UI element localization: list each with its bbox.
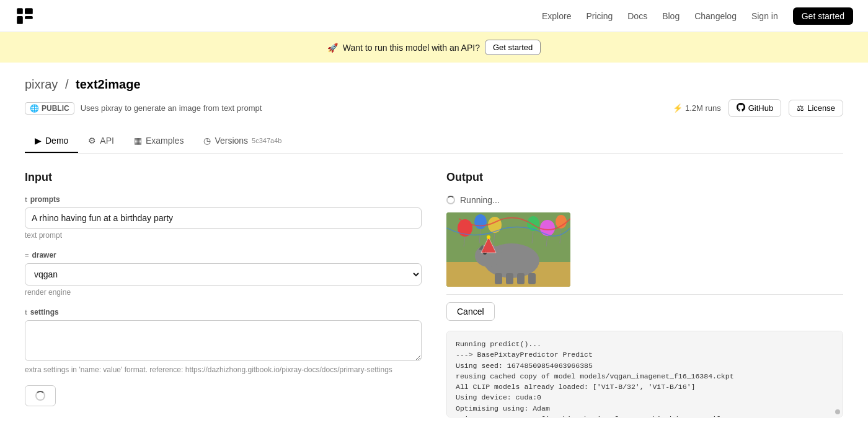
- nav-changelog[interactable]: Changelog: [694, 11, 737, 21]
- drawer-label: = drawer: [25, 251, 422, 259]
- tab-versions[interactable]: ◷ Versions 5c347a4b: [193, 129, 291, 153]
- license-icon: ⚖: [797, 103, 804, 113]
- submit-button[interactable]: [25, 385, 56, 406]
- svg-rect-2: [25, 8, 33, 14]
- nav-explore[interactable]: Explore: [542, 11, 571, 21]
- nav-links: Explore Pricing Docs Blog Changelog Sign…: [542, 7, 853, 25]
- status-spinner: [446, 196, 455, 204]
- tab-api-label: API: [100, 136, 114, 146]
- banner-text: Want to run this model with an API?: [343, 43, 480, 53]
- svg-point-8: [474, 214, 487, 229]
- visibility-badge: 🌐 PUBLIC: [25, 102, 74, 115]
- input-title: Input: [25, 171, 422, 184]
- runs-count: ⚡ 1.2M runs: [673, 103, 721, 113]
- breadcrumb: pixray / text2image: [25, 77, 843, 92]
- output-divider: [446, 294, 843, 295]
- license-label: License: [807, 103, 835, 113]
- svg-rect-24: [506, 273, 513, 284]
- settings-field-group: T settings extra settings in 'name: valu…: [25, 308, 422, 374]
- prompts-label: T prompts: [25, 195, 422, 204]
- versions-icon: ◷: [203, 136, 211, 146]
- navbar: Explore Pricing Docs Blog Changelog Sign…: [0, 0, 868, 32]
- drawer-type-icon: =: [25, 251, 29, 259]
- settings-type-icon: T: [25, 308, 27, 316]
- breadcrumb-separator: /: [65, 77, 72, 91]
- play-icon: ▶: [35, 136, 42, 146]
- svg-rect-25: [517, 273, 525, 284]
- output-section: Output Running...: [446, 171, 843, 417]
- tab-versions-label: Versions: [215, 136, 248, 146]
- tab-api[interactable]: ⚙ API: [78, 129, 124, 153]
- input-section: Input T prompts text prompt = drawer vqg…: [25, 171, 422, 417]
- submit-spinner: [35, 391, 45, 401]
- svg-point-12: [527, 216, 539, 231]
- meta-row: 🌐 PUBLIC Uses pixray to generate an imag…: [25, 99, 843, 117]
- nav-docs[interactable]: Docs: [627, 11, 647, 21]
- breadcrumb-model: text2image: [76, 77, 141, 91]
- nav-pricing[interactable]: Pricing: [586, 11, 613, 21]
- model-description: Uses pixray to generate an image from te…: [81, 103, 262, 113]
- prompts-hint: text prompt: [25, 231, 422, 240]
- log-content: Running predict()...---> BasePixtayPredi…: [456, 339, 834, 417]
- meta-left: 🌐 PUBLIC Uses pixray to generate an imag…: [25, 102, 262, 115]
- drawer-hint: render engine: [25, 288, 422, 297]
- drawer-select[interactable]: vqgan line_sketch pixel clipdraw fft: [25, 263, 422, 286]
- status-text: Running...: [460, 195, 500, 205]
- logo-icon: [15, 6, 35, 26]
- page-content: pixray / text2image 🌐 PUBLIC Uses pixray…: [0, 63, 868, 423]
- breadcrumb-owner[interactable]: pixray: [25, 77, 58, 91]
- tab-demo[interactable]: ▶ Demo: [25, 129, 78, 153]
- output-status: Running...: [446, 195, 843, 205]
- logo[interactable]: [15, 6, 35, 26]
- tabs: ▶ Demo ⚙ API ▦ Examples ◷ Versions 5c347…: [25, 129, 843, 154]
- examples-icon: ▦: [134, 136, 142, 146]
- output-title: Output: [446, 171, 843, 184]
- svg-point-14: [540, 220, 555, 236]
- tab-examples-label: Examples: [146, 136, 184, 146]
- github-label: GitHub: [748, 103, 773, 113]
- drawer-field-group: = drawer vqgan line_sketch pixel clipdra…: [25, 251, 422, 297]
- settings-textarea[interactable]: [25, 320, 422, 361]
- svg-point-10: [488, 217, 502, 233]
- github-button[interactable]: GitHub: [728, 99, 781, 117]
- banner-emoji: 🚀: [327, 43, 338, 53]
- prompts-field-group: T prompts text prompt: [25, 195, 422, 240]
- banner-get-started-button[interactable]: Get started: [485, 40, 541, 55]
- cancel-button[interactable]: Cancel: [446, 302, 495, 321]
- svg-point-29: [487, 235, 490, 239]
- version-badge: 5c347a4b: [252, 137, 281, 144]
- globe-icon: 🌐: [30, 104, 39, 113]
- tab-demo-label: Demo: [45, 136, 68, 146]
- nav-signin[interactable]: Sign in: [751, 11, 778, 21]
- svg-rect-1: [17, 16, 23, 24]
- prompts-type-icon: T: [25, 196, 27, 203]
- log-box[interactable]: Running predict()...---> BasePixtayPredi…: [446, 331, 843, 417]
- settings-label: T settings: [25, 308, 422, 316]
- meta-right: ⚡ 1.2M runs GitHub ⚖ License: [673, 99, 843, 117]
- output-image: [446, 212, 570, 287]
- api-icon: ⚙: [88, 136, 96, 146]
- runs-icon: ⚡: [673, 103, 683, 113]
- prompts-input[interactable]: [25, 207, 422, 229]
- api-banner: 🚀 Want to run this model with an API? Ge…: [0, 32, 868, 63]
- nav-blog[interactable]: Blog: [662, 11, 680, 21]
- svg-rect-0: [17, 8, 23, 14]
- license-button[interactable]: ⚖ License: [789, 100, 843, 116]
- settings-hint: extra settings in 'name: value' format. …: [25, 365, 422, 374]
- svg-rect-3: [25, 16, 33, 19]
- main-columns: Input T prompts text prompt = drawer vqg…: [25, 171, 843, 417]
- scrollbar-thumb: [835, 409, 840, 414]
- nav-get-started-button[interactable]: Get started: [793, 7, 853, 25]
- tab-examples[interactable]: ▦ Examples: [124, 129, 193, 153]
- rhino-svg: [446, 212, 570, 287]
- svg-rect-23: [495, 273, 502, 284]
- svg-rect-26: [528, 273, 536, 284]
- github-icon: [737, 103, 745, 113]
- output-image-container: [446, 212, 843, 287]
